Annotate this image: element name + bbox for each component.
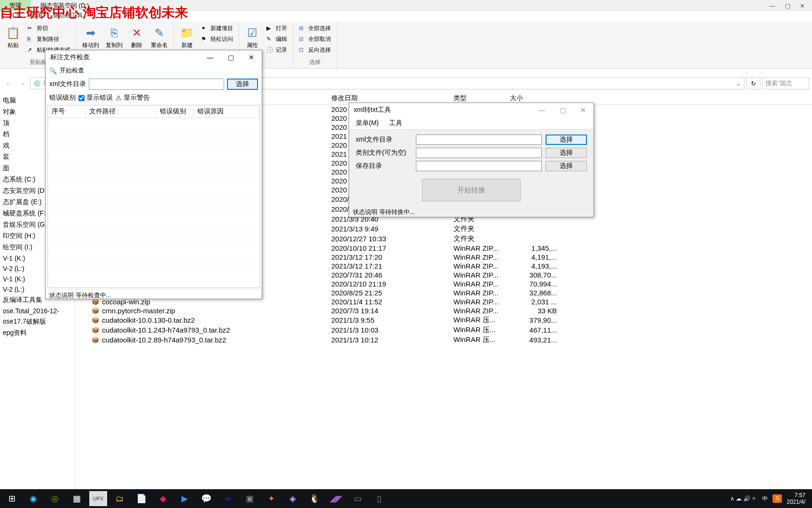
maximize-icon[interactable]: ▢ xyxy=(552,103,573,117)
col-reason[interactable]: 错误原因 xyxy=(194,105,259,118)
show-error-checkbox[interactable]: 显示错误 xyxy=(78,94,113,102)
sidebar-item[interactable]: ose17.7破解版 xyxy=(0,316,75,327)
col-path[interactable]: 文件路径 xyxy=(86,105,156,118)
edge-icon[interactable]: ◉ xyxy=(24,491,42,506)
copy-to-button[interactable]: ⎘复制到 xyxy=(104,24,125,51)
file-size: 4,193,... xyxy=(510,262,566,270)
select-button[interactable]: 选择 xyxy=(546,135,587,145)
dialog-titlebar[interactable]: xml转txt工具 — ▢ ✕ xyxy=(349,103,593,117)
select-none-icon: ⊟ xyxy=(299,36,306,43)
file-date: 2021/3/13 9:49 xyxy=(331,225,453,233)
app-icon[interactable]: ▯ xyxy=(370,491,388,506)
col-index[interactable]: 序号 xyxy=(48,105,86,118)
cut-button[interactable]: ✂剪切 xyxy=(25,24,72,33)
menu-item[interactable]: 工具 xyxy=(389,119,402,127)
file-type: WinRAR ZIP... xyxy=(453,307,510,315)
move-to-button[interactable]: ➡移动到 xyxy=(80,24,101,51)
select-button[interactable]: 选择 xyxy=(546,148,587,158)
select-none-button[interactable]: ⊟全部取消 xyxy=(297,34,333,44)
history-button[interactable]: 🕓记录 xyxy=(265,45,289,55)
file-type: WinRAR ZIP... xyxy=(453,244,510,252)
wechat-icon[interactable]: 💬 xyxy=(197,491,215,506)
app-icon[interactable]: ◆ xyxy=(154,491,172,506)
table-body xyxy=(48,118,259,287)
menu-bar: 菜单(M) 工具 xyxy=(349,117,593,130)
chevron-down-icon[interactable]: ⌄ xyxy=(736,80,741,87)
xml-dir-input[interactable] xyxy=(89,79,224,90)
save-dir-input[interactable] xyxy=(416,161,542,171)
clipboard-icon: 📋 xyxy=(6,25,21,40)
paste-button[interactable]: 📋 粘贴 xyxy=(4,24,23,51)
copy-path-button[interactable]: ⎘复制路径 xyxy=(25,34,72,44)
delete-button[interactable]: ✕删除 xyxy=(127,24,146,51)
xml-dir-input[interactable] xyxy=(416,135,542,145)
new-item-button[interactable]: ✦新建项目 xyxy=(199,24,235,33)
upx-icon[interactable]: UPX xyxy=(89,491,107,506)
close-icon[interactable]: ✕ xyxy=(241,50,262,64)
menu-item[interactable]: 菜单(M) xyxy=(356,119,379,127)
clock-time[interactable]: 7:57 xyxy=(787,492,805,499)
class-file-input[interactable] xyxy=(416,148,542,158)
col-type-header[interactable]: 类型 xyxy=(453,94,510,103)
minimize-icon[interactable]: — xyxy=(769,2,775,9)
close-icon[interactable]: ✕ xyxy=(800,2,805,9)
file-date: 2021/3/12 17:21 xyxy=(331,262,453,270)
file-name: cudatoolkit-10.1.243-h74a9793_0.tar.bz2 xyxy=(102,326,230,334)
select-all-button[interactable]: ⊞全部选择 xyxy=(297,24,333,33)
app-icon[interactable]: ▭ xyxy=(349,491,367,506)
search-input[interactable]: 搜索"固态 xyxy=(762,77,809,89)
app-icon[interactable]: ▣ xyxy=(241,491,258,506)
convert-button[interactable]: 开始转换 xyxy=(422,179,521,201)
qq-icon[interactable]: 🐧 xyxy=(305,491,323,506)
select-invert-button[interactable]: ⊡反向选择 xyxy=(297,45,333,55)
file-row[interactable]: 📦crnn.pytorch-master.zip2020/7/3 19:14Wi… xyxy=(78,306,812,315)
col-level[interactable]: 错误级别 xyxy=(156,105,194,118)
file-row[interactable]: 📦cudatoolkit-10.2.89-h74a9793_0.tar.bz22… xyxy=(78,335,812,345)
app-icon[interactable]: ✦ xyxy=(262,491,280,506)
dialog-title: xml转txt工具 xyxy=(354,106,391,114)
easy-access-button[interactable]: ⚑轻松访问 xyxy=(199,34,235,44)
dialog-titlebar[interactable]: 标注文件检查 — ▢ ✕ xyxy=(46,50,262,64)
start-button[interactable]: ⊞ xyxy=(3,491,21,506)
clock-date[interactable]: 2021/4/ xyxy=(787,499,805,505)
col-date-header[interactable]: 修改日期 xyxy=(331,94,453,103)
sogou-icon[interactable]: S xyxy=(773,494,782,503)
browser-icon[interactable]: ◎ xyxy=(46,491,64,506)
sidebar-item[interactable]: epg资料 xyxy=(0,327,75,339)
ime-indicator[interactable]: 中 xyxy=(762,495,768,503)
sidebar-item[interactable]: ose.Total_2016-12- xyxy=(0,306,75,316)
col-size-header[interactable]: 大小 xyxy=(510,94,566,103)
properties-button[interactable]: ☑属性 xyxy=(243,24,262,51)
select-button[interactable]: 选择 xyxy=(227,79,258,90)
xml-dir-label: xml文件目录 xyxy=(49,80,86,88)
edit-button[interactable]: ✎编辑 xyxy=(265,34,289,44)
archive-icon: 📦 xyxy=(92,336,99,344)
start-check-button[interactable]: 开始检查 xyxy=(60,66,84,75)
back-button[interactable]: ← xyxy=(3,80,15,87)
app-icon[interactable]: ◈ xyxy=(284,491,302,506)
tray-icons[interactable]: ∧ ☁ 🔊 ᯤ xyxy=(730,495,757,502)
rename-button[interactable]: ✎重命名 xyxy=(149,24,170,51)
file-row[interactable]: 📦cudatoolkit-10.1.243-h74a9793_0.tar.bz2… xyxy=(78,325,812,335)
rename-icon: ✎ xyxy=(152,25,167,40)
app-icon[interactable]: ▶ xyxy=(176,491,194,506)
new-folder-button[interactable]: 📁新建 xyxy=(178,24,196,51)
forward-button[interactable]: → xyxy=(16,80,28,87)
minimize-icon[interactable]: — xyxy=(200,50,220,64)
notepad-icon[interactable]: 📄 xyxy=(133,491,150,506)
file-row[interactable]: 📦cudatoolkit-10.0.130-0.tar.bz22021/1/3 … xyxy=(78,315,812,325)
file-type: WinRAR ZIP... xyxy=(453,253,510,261)
explorer-icon[interactable]: 🗂 xyxy=(111,491,129,506)
visual-studio-icon[interactable]: ◢◤ xyxy=(327,491,345,506)
refresh-button[interactable]: ↻ xyxy=(746,77,760,89)
file-type: WinRAR ZIP... xyxy=(453,298,510,306)
maximize-icon[interactable]: ▢ xyxy=(785,2,790,9)
open-button[interactable]: ▶打开 xyxy=(265,24,289,33)
baidu-icon[interactable]: ∞ xyxy=(219,491,237,506)
select-button[interactable]: 选择 xyxy=(546,161,587,171)
maximize-icon[interactable]: ▢ xyxy=(220,50,241,64)
show-warning-checkbox[interactable]: ⚠显示警告 xyxy=(116,94,150,102)
close-icon[interactable]: ✕ xyxy=(573,103,593,117)
task-view-icon[interactable]: ▦ xyxy=(68,491,86,506)
minimize-icon[interactable]: — xyxy=(531,103,552,117)
